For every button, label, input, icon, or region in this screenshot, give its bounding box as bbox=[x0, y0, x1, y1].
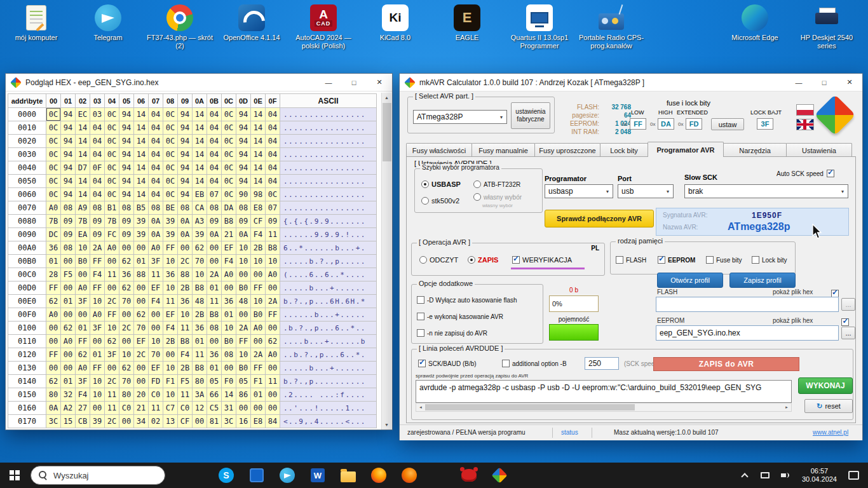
hex-byte-cell[interactable]: 0C bbox=[105, 148, 119, 161]
hex-byte-cell[interactable]: 11 bbox=[149, 402, 163, 415]
hex-byte-cell[interactable]: 0C bbox=[105, 108, 119, 121]
hex-byte-cell[interactable]: 36 bbox=[46, 241, 61, 255]
hex-byte-cell[interactable]: 04 bbox=[90, 188, 105, 201]
hex-byte-cell[interactable]: 39 bbox=[134, 228, 149, 241]
hex-byte-cell[interactable]: 00 bbox=[119, 308, 134, 322]
hex-byte-cell[interactable]: 2B bbox=[193, 308, 207, 322]
hex-byte-cell[interactable]: 14 bbox=[134, 161, 149, 175]
hex-byte-cell[interactable]: 0C bbox=[105, 121, 119, 135]
hex-byte-cell[interactable]: 94 bbox=[61, 121, 76, 135]
hex-byte-cell[interactable]: F0 bbox=[222, 375, 236, 388]
flash-file-field[interactable] bbox=[656, 297, 839, 312]
desktop-icon-kicad[interactable]: Ki KiCad 8.0 bbox=[361, 4, 430, 42]
hex-byte-cell[interactable]: 0C bbox=[105, 175, 119, 188]
hex-byte-cell[interactable]: B8 bbox=[193, 281, 207, 295]
hex-byte-cell[interactable]: 11 bbox=[193, 348, 207, 362]
hex-byte-cell[interactable]: 94 bbox=[61, 175, 76, 188]
hex-byte-cell[interactable]: 20 bbox=[134, 388, 149, 402]
hex-byte-cell[interactable]: 2C bbox=[134, 348, 149, 362]
lock-mem-checkbox[interactable] bbox=[752, 256, 759, 264]
hex-byte-cell[interactable]: 08 bbox=[236, 201, 251, 215]
hex-byte-cell[interactable]: 00 bbox=[266, 388, 280, 402]
read-radio[interactable] bbox=[419, 256, 427, 264]
desktop-icon-quartus[interactable]: Quartus II 13.0sp1 Programmer bbox=[505, 4, 574, 50]
scroll-down-icon[interactable]: ▼ bbox=[382, 420, 391, 430]
verify-checkbox[interactable] bbox=[512, 256, 520, 264]
hex-byte-cell[interactable]: 0C bbox=[105, 188, 119, 201]
hex-byte-cell[interactable]: 7B bbox=[105, 215, 119, 228]
hex-byte-cell[interactable]: A0 bbox=[90, 308, 105, 322]
hex-byte-cell[interactable]: B0 bbox=[251, 308, 266, 322]
hex-byte-cell[interactable]: 00 bbox=[76, 308, 90, 322]
hex-byte-cell[interactable]: 10 bbox=[163, 281, 178, 295]
stk500v2-radio[interactable] bbox=[421, 197, 429, 205]
hex-byte-cell[interactable]: B0 bbox=[236, 281, 251, 295]
hex-byte-cell[interactable]: 14 bbox=[193, 175, 207, 188]
no-write-option[interactable]: -n nie zapisuj do AVR bbox=[417, 329, 487, 337]
hex-byte-cell[interactable]: 04 bbox=[149, 188, 163, 201]
hex-byte-cell[interactable]: 04 bbox=[207, 175, 222, 188]
disable-autoerase-option[interactable]: -D Wyłącz auto kasowanie flash bbox=[417, 296, 517, 304]
hex-byte-cell[interactable]: 00 bbox=[46, 362, 61, 375]
hex-byte-cell[interactable]: 05 bbox=[236, 375, 251, 388]
hex-byte-cell[interactable]: 08 bbox=[207, 201, 222, 215]
hex-byte-cell[interactable]: A0 bbox=[266, 348, 280, 362]
hex-byte-cell[interactable]: 2B bbox=[178, 281, 193, 295]
hex-byte-cell[interactable]: B0 bbox=[76, 255, 90, 268]
close-icon[interactable]: ✕ bbox=[367, 74, 392, 91]
hex-byte-cell[interactable]: 07 bbox=[266, 201, 280, 215]
notification-icon[interactable] bbox=[848, 471, 859, 480]
hex-byte-cell[interactable]: 08 bbox=[222, 348, 236, 362]
hex-byte-cell[interactable]: 10 bbox=[90, 295, 105, 308]
taskbar-cps-radio[interactable] bbox=[454, 469, 484, 482]
hex-byte-cell[interactable]: 00 bbox=[105, 281, 119, 295]
hex-byte-cell[interactable]: 94 bbox=[119, 121, 134, 135]
hex-byte-cell[interactable]: 36 bbox=[193, 322, 207, 335]
hex-byte-cell[interactable]: 0C bbox=[163, 121, 178, 135]
hex-byte-cell[interactable]: 94 bbox=[178, 135, 193, 148]
hex-byte-cell[interactable]: 2C bbox=[119, 322, 134, 335]
hex-byte-cell[interactable]: A0 bbox=[149, 241, 163, 255]
taskbar-telegram[interactable] bbox=[272, 468, 302, 483]
hex-byte-cell[interactable]: A0 bbox=[222, 268, 236, 281]
hex-byte-cell[interactable]: 32 bbox=[61, 388, 76, 402]
hex-byte-cell[interactable]: 10 bbox=[163, 362, 178, 375]
hex-byte-cell[interactable]: FF bbox=[163, 241, 178, 255]
desktop-icon-eagle[interactable]: E EAGLE bbox=[433, 4, 501, 42]
hex-byte-cell[interactable]: 00 bbox=[61, 362, 76, 375]
hex-byte-cell[interactable]: 00 bbox=[134, 241, 149, 255]
sck-baud-checkbox[interactable] bbox=[418, 360, 426, 367]
desktop-icon-openoffice[interactable]: OpenOffice 4.1.14 bbox=[217, 4, 286, 42]
hex-byte-cell[interactable]: 94 bbox=[61, 108, 76, 121]
desktop-icon-edge[interactable]: Microsoft Edge bbox=[721, 4, 789, 42]
hex-byte-cell[interactable]: 2B bbox=[178, 362, 193, 375]
hex-byte-cell[interactable]: 3C bbox=[46, 415, 61, 428]
atnel-link[interactable]: www.atnel.pl bbox=[813, 429, 848, 436]
hex-byte-cell[interactable]: CA bbox=[193, 201, 207, 215]
eeprom-browse-button[interactable]: ... bbox=[841, 327, 855, 339]
hex-byte-cell[interactable]: 0C bbox=[222, 135, 236, 148]
hex-byte-cell[interactable]: 94 bbox=[119, 175, 134, 188]
hex-byte-cell[interactable]: 0C bbox=[163, 175, 178, 188]
additional-option-checkbox[interactable] bbox=[502, 360, 510, 367]
tab-fusy-wlasciwosci[interactable]: Fusy właściwości bbox=[406, 143, 472, 157]
hex-byte-cell[interactable]: 11 bbox=[266, 375, 280, 388]
hex-byte-cell[interactable]: B8 bbox=[193, 362, 207, 375]
hex-byte-cell[interactable]: 3F bbox=[105, 348, 119, 362]
eeprom-file-field[interactable]: eep_GEN_SYG.ino.hex bbox=[656, 325, 839, 341]
hex-byte-cell[interactable]: 01 bbox=[61, 375, 76, 388]
taskbar-firefox[interactable] bbox=[363, 468, 394, 483]
hex-byte-cell[interactable]: 0A bbox=[149, 228, 163, 241]
hex-byte-cell[interactable]: 09 bbox=[236, 215, 251, 228]
hex-byte-cell[interactable]: 66 bbox=[207, 388, 222, 402]
avr-part-select[interactable]: ATmega328P ▾ bbox=[413, 110, 507, 124]
hex-byte-cell[interactable]: EB bbox=[193, 188, 207, 201]
hex-byte-cell[interactable]: A0 bbox=[46, 308, 61, 322]
hex-byte-cell[interactable]: 0A bbox=[46, 402, 61, 415]
fuse-mem-option[interactable]: Fuse bity bbox=[706, 256, 742, 264]
hex-byte-cell[interactable]: EF bbox=[149, 362, 163, 375]
hex-byte-cell[interactable]: 14 bbox=[193, 121, 207, 135]
verify-option[interactable]: WERYFIKACJA bbox=[512, 256, 572, 264]
hex-byte-cell[interactable]: F5 bbox=[61, 268, 76, 281]
hex-byte-cell[interactable]: 14 bbox=[76, 135, 90, 148]
